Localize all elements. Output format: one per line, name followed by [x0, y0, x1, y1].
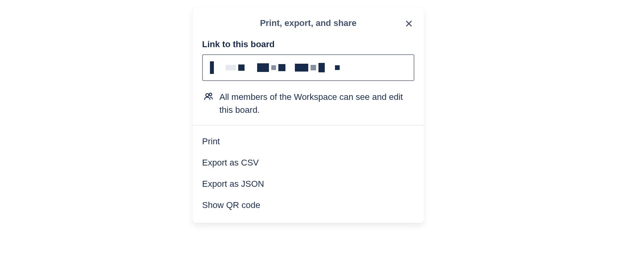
redacted-text	[311, 65, 316, 70]
redacted-text	[278, 64, 285, 71]
close-button[interactable]	[403, 18, 414, 29]
modal-title: Print, export, and share	[260, 18, 357, 28]
redacted-text	[318, 63, 325, 72]
show-qr-code-action[interactable]: Show QR code	[193, 195, 424, 216]
svg-point-3	[209, 93, 212, 96]
action-list: Print Export as CSV Export as JSON Show …	[193, 131, 424, 216]
visibility-info: All members of the Workspace can see and…	[193, 81, 424, 125]
print-action[interactable]: Print	[193, 131, 424, 152]
divider	[193, 125, 424, 125]
print-export-share-modal: Print, export, and share Link to this bo…	[193, 7, 424, 223]
redacted-text	[226, 65, 236, 70]
redacted-text	[271, 65, 276, 70]
redacted-text	[335, 65, 340, 70]
svg-point-2	[206, 94, 209, 97]
link-input-wrapper	[193, 54, 424, 81]
link-section-label: Link to this board	[193, 36, 424, 54]
modal-header: Print, export, and share	[193, 7, 424, 36]
members-icon	[204, 91, 214, 101]
board-link-input[interactable]	[202, 54, 414, 81]
export-csv-action[interactable]: Export as CSV	[193, 152, 424, 173]
redacted-text	[238, 64, 245, 71]
redacted-text	[210, 61, 214, 74]
close-icon	[404, 19, 414, 28]
redacted-text	[257, 63, 269, 72]
visibility-info-text: All members of the Workspace can see and…	[219, 90, 414, 116]
redacted-text	[295, 64, 308, 72]
export-json-action[interactable]: Export as JSON	[193, 173, 424, 195]
